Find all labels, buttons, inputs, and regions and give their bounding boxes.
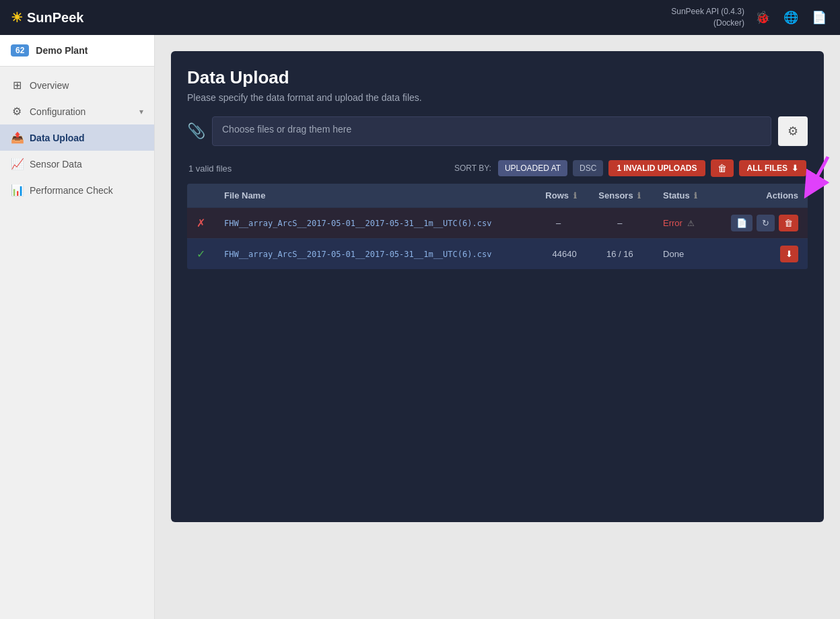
content-area: Data Upload Please specify the data form… [155, 35, 840, 619]
row2-filename-cell: FHW__array_ArcS__2017-05-01__2017-05-31_… [215, 239, 531, 270]
sidebar-item-label-sensor: Sensor Data [30, 159, 143, 170]
row2-rows-cell: 44640 [531, 239, 586, 270]
table-controls: 1 valid files SORT BY: UPLOADED AT DSC 1… [187, 159, 808, 177]
x-icon: ✗ [197, 217, 205, 229]
file-drop-zone[interactable]: Choose files or drag them here [212, 116, 771, 146]
all-files-label: ALL FILES [747, 163, 788, 173]
sidebar-item-label-overview: Overview [30, 80, 143, 91]
sidebar-item-sensor-data[interactable]: 📈 Sensor Data [0, 151, 154, 177]
col-file-name: File Name [215, 184, 531, 208]
col-status: Status ℹ [654, 184, 713, 208]
col-actions: Actions [713, 184, 808, 208]
main-layout: 62 Demo Plant ⊞ Overview ⚙ Configuration… [0, 35, 840, 619]
sensor-data-icon: 📈 [11, 157, 23, 170]
error-status: Error ⚠ [663, 218, 703, 228]
file-icon-button[interactable]: 📄 [809, 7, 829, 28]
panel-title: Data Upload [187, 67, 808, 88]
done-status: Done [663, 249, 684, 259]
sidebar-item-data-upload[interactable]: 📤 Data Upload [0, 124, 154, 151]
version-text: SunPeek API (0.4.3) (Docker) [671, 6, 744, 29]
table-header-row: File Name Rows ℹ Sensors ℹ Status [187, 184, 808, 208]
table-row: ✗ FHW__array_ArcS__2017-05-01__2017-05-3… [187, 208, 808, 239]
all-files-button[interactable]: ALL FILES ⬇ [739, 160, 806, 176]
view-button[interactable]: 📄 [731, 215, 753, 231]
data-upload-icon: 📤 [11, 131, 23, 144]
row2-actions: ⬇ [722, 246, 798, 262]
topbar-right: SunPeek API (0.4.3) (Docker) 🐞 🌐 📄 [671, 6, 829, 29]
row1-filename-cell: FHW__array_ArcS__2017-05-01__2017-05-31_… [215, 208, 531, 239]
config-icon: ⚙ [11, 105, 23, 118]
col-status-icon [187, 184, 215, 208]
panel-subtitle: Please specify the data format and uploa… [187, 92, 808, 103]
row2-status-icon-cell: ✓ [187, 239, 215, 270]
row1-status-cell: Error ⚠ [654, 208, 713, 239]
col-rows: Rows ℹ [531, 184, 586, 208]
globe-icon-button[interactable]: 🌐 [781, 7, 801, 28]
col-sensors: Sensors ℹ [586, 184, 654, 208]
files-table: File Name Rows ℹ Sensors ℹ Status [187, 184, 808, 269]
upload-placeholder-text: Choose files or drag them here [222, 124, 351, 135]
row1-actions: 📄 ↻ 🗑 [722, 215, 798, 231]
plant-header: 62 Demo Plant [0, 35, 154, 67]
row1-rows-cell: – [531, 208, 586, 239]
error-info-icon: ⚠ [687, 219, 695, 228]
files-table-wrapper: File Name Rows ℹ Sensors ℹ Status [187, 184, 808, 269]
rows-info-icon: ℹ [573, 191, 577, 201]
row1-filename: FHW__array_ArcS__2017-05-01__2017-05-31_… [224, 219, 491, 228]
sidebar-item-label-upload: Data Upload [30, 133, 143, 143]
logo: ☀ SunPeek [11, 9, 83, 26]
plant-badge: 62 [11, 44, 29, 57]
all-files-export-icon: ⬇ [792, 163, 798, 173]
sidebar-item-configuration[interactable]: ⚙ Configuration ▾ [0, 98, 154, 124]
valid-files-label: 1 valid files [188, 163, 232, 174]
plant-name: Demo Plant [36, 45, 88, 56]
row1-actions-cell: 📄 ↻ 🗑 [713, 208, 808, 239]
row2-actions-cell: ⬇ [713, 239, 808, 270]
bug-icon-button[interactable]: 🐞 [753, 7, 773, 28]
upload-settings-button[interactable]: ⚙ [778, 116, 808, 146]
upload-row: 📎 Choose files or drag them here ⚙ [187, 116, 808, 146]
invalid-uploads-button[interactable]: 1 INVALID UPLOADS [608, 160, 705, 176]
sidebar-item-overview[interactable]: ⊞ Overview [0, 72, 154, 98]
row1-status-icon-cell: ✗ [187, 208, 215, 239]
data-upload-panel: Data Upload Please specify the data form… [171, 51, 824, 522]
delete-button[interactable]: 🗑 [779, 215, 798, 231]
logo-text: SunPeek [27, 10, 83, 26]
row2-sensors-cell: 16 / 16 [586, 239, 654, 270]
sort-uploaded-at-button[interactable]: UPLOADED AT [498, 160, 567, 176]
status-info-icon: ℹ [694, 191, 697, 201]
sort-dsc-button[interactable]: DSC [573, 160, 603, 176]
sidebar-item-label-performance: Performance Check [30, 185, 143, 196]
refresh-button[interactable]: ↻ [757, 215, 775, 231]
invalid-trash-button[interactable]: 🗑 [711, 159, 734, 177]
error-status-text: Error [663, 218, 682, 228]
row2-filename: FHW__array_ArcS__2017-05-01__2017-05-31_… [224, 250, 491, 259]
paperclip-icon: 📎 [187, 122, 205, 140]
performance-icon: 📊 [11, 184, 23, 196]
sidebar: 62 Demo Plant ⊞ Overview ⚙ Configuration… [0, 35, 155, 619]
overview-icon: ⊞ [11, 79, 23, 92]
sidebar-nav: ⊞ Overview ⚙ Configuration ▾ 📤 Data Uplo… [0, 67, 154, 209]
logo-sun-icon: ☀ [11, 9, 23, 26]
row2-status-cell: Done [654, 239, 713, 270]
export-button[interactable]: ⬇ [780, 246, 798, 262]
sensors-info-icon: ℹ [637, 191, 641, 201]
sidebar-item-label-config: Configuration [30, 106, 133, 117]
row1-sensors-cell: – [586, 208, 654, 239]
table-controls-right: SORT BY: UPLOADED AT DSC 1 INVALID UPLOA… [454, 159, 806, 177]
table-row: ✓ FHW__array_ArcS__2017-05-01__2017-05-3… [187, 239, 808, 270]
sort-by-label: SORT BY: [454, 163, 491, 173]
config-expand-icon: ▾ [139, 107, 143, 116]
sidebar-item-performance-check[interactable]: 📊 Performance Check [0, 177, 154, 203]
topbar: ☀ SunPeek SunPeek API (0.4.3) (Docker) 🐞… [0, 0, 840, 35]
check-icon: ✓ [197, 248, 205, 260]
